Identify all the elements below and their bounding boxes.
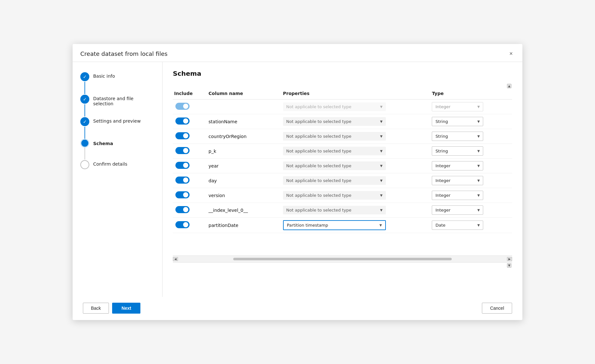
properties-value: Not applicable to selected type bbox=[286, 193, 351, 198]
include-toggle-row-top-partial[interactable] bbox=[175, 103, 190, 110]
type-dropdown-row-station-name[interactable]: String ▼ bbox=[432, 117, 483, 126]
chevron-down-icon: ▼ bbox=[477, 179, 480, 182]
include-toggle-row-year[interactable] bbox=[175, 162, 190, 169]
schema-table: Include Column name Properties Type Not … bbox=[173, 89, 512, 233]
col-header-properties: Properties bbox=[280, 89, 430, 100]
include-toggle-row-day[interactable] bbox=[175, 177, 190, 184]
chevron-down-icon: ▼ bbox=[477, 149, 480, 153]
sidebar: ✓ Basic info ✓ Datastore and file select… bbox=[73, 62, 163, 297]
properties-dropdown-row-top-partial[interactable]: Not applicable to selected type ▼ bbox=[283, 102, 386, 111]
scroll-up-button[interactable]: ▲ bbox=[507, 84, 511, 88]
properties-dropdown-row-station-name[interactable]: Not applicable to selected type ▼ bbox=[283, 117, 386, 126]
table-row: p_k Not applicable to selected type ▼ St… bbox=[173, 144, 512, 159]
type-value: Integer bbox=[435, 178, 450, 183]
table-row: partitionDate Partition timestamp ▼ Date… bbox=[173, 218, 512, 233]
chevron-down-icon: ▼ bbox=[380, 120, 383, 123]
type-dropdown-row-country[interactable]: String ▼ bbox=[432, 132, 483, 141]
type-dropdown-row-year[interactable]: Integer ▼ bbox=[432, 161, 483, 170]
table-row: countryOrRegion Not applicable to select… bbox=[173, 129, 512, 144]
toggle-cell bbox=[173, 173, 206, 188]
table-row: day Not applicable to selected type ▼ In… bbox=[173, 173, 512, 188]
include-toggle-row-version[interactable] bbox=[175, 191, 190, 198]
dialog-body: ✓ Basic info ✓ Datastore and file select… bbox=[73, 62, 522, 297]
horizontal-scroll-thumb[interactable] bbox=[233, 258, 452, 260]
step-connector-basic: ✓ bbox=[80, 72, 89, 95]
scroll-right-button[interactable]: ▶ bbox=[507, 257, 512, 261]
include-toggle-row-country[interactable] bbox=[175, 132, 190, 139]
properties-cell: Not applicable to selected type ▼ bbox=[280, 129, 430, 144]
step-label-confirm: Confirm details bbox=[93, 160, 127, 167]
main-content: Schema ▲ Include Column name Properties … bbox=[163, 62, 522, 297]
toggle-cell bbox=[173, 218, 206, 233]
type-dropdown-row-day[interactable]: Integer ▼ bbox=[432, 176, 483, 185]
type-value: Date bbox=[435, 223, 445, 228]
type-cell: Integer ▼ bbox=[429, 203, 512, 218]
footer-left-buttons: Back Next bbox=[83, 303, 140, 314]
table-row: version Not applicable to selected type … bbox=[173, 188, 512, 203]
chevron-down-icon: ▼ bbox=[477, 120, 480, 123]
scroll-left-button[interactable]: ◀ bbox=[173, 257, 178, 261]
chevron-down-icon: ▼ bbox=[380, 208, 383, 212]
properties-value: Not applicable to selected type bbox=[286, 208, 351, 212]
type-dropdown-row-version[interactable]: Integer ▼ bbox=[432, 191, 483, 200]
step-check-basic: ✓ bbox=[83, 74, 87, 79]
column-name-cell: stationName bbox=[206, 114, 280, 129]
step-label-settings: Settings and preview bbox=[93, 117, 141, 124]
step-line-schema bbox=[84, 147, 85, 160]
back-button[interactable]: Back bbox=[83, 303, 109, 314]
properties-value: Not applicable to selected type bbox=[286, 149, 351, 153]
type-cell: String ▼ bbox=[429, 129, 512, 144]
close-button[interactable]: × bbox=[507, 50, 515, 58]
column-name-cell: year bbox=[206, 159, 280, 173]
scroll-down-button[interactable]: ▼ bbox=[507, 263, 511, 268]
type-cell: String ▼ bbox=[429, 144, 512, 159]
step-label-schema: Schema bbox=[93, 140, 113, 146]
chevron-down-icon: ▼ bbox=[380, 105, 383, 108]
properties-dropdown-row-index[interactable]: Not applicable to selected type ▼ bbox=[283, 206, 386, 214]
schema-table-scroll[interactable]: Include Column name Properties Type Not … bbox=[173, 89, 512, 256]
properties-value: Not applicable to selected type bbox=[286, 119, 351, 124]
type-dropdown-row-partition[interactable]: Date ▼ bbox=[432, 221, 483, 230]
chevron-down-icon: ▼ bbox=[380, 149, 383, 153]
properties-value: Not applicable to selected type bbox=[286, 104, 351, 109]
properties-value: Not applicable to selected type bbox=[286, 163, 351, 168]
step-line-settings bbox=[84, 127, 85, 139]
step-label-basic: Basic info bbox=[93, 72, 115, 79]
properties-dropdown-row-version[interactable]: Not applicable to selected type ▼ bbox=[283, 191, 386, 200]
column-name-cell: p_k bbox=[206, 144, 280, 159]
properties-cell: Not applicable to selected type ▼ bbox=[280, 114, 430, 129]
properties-value: Not applicable to selected type bbox=[286, 134, 351, 139]
next-button[interactable]: Next bbox=[112, 303, 140, 314]
type-dropdown-row-pk[interactable]: String ▼ bbox=[432, 146, 483, 156]
properties-dropdown-row-day[interactable]: Not applicable to selected type ▼ bbox=[283, 176, 386, 185]
properties-dropdown-row-year[interactable]: Not applicable to selected type ▼ bbox=[283, 161, 386, 170]
chevron-down-icon: ▼ bbox=[477, 134, 480, 138]
type-cell: Date ▼ bbox=[429, 218, 512, 233]
type-dropdown-row-top-partial[interactable]: Integer ▼ bbox=[432, 102, 483, 111]
chevron-down-icon: ▼ bbox=[379, 223, 382, 227]
column-name-cell: partitionDate bbox=[206, 218, 280, 233]
properties-dropdown-row-country[interactable]: Not applicable to selected type ▼ bbox=[283, 132, 386, 141]
step-line-basic bbox=[84, 82, 85, 94]
type-value: Integer bbox=[435, 193, 450, 198]
include-toggle-row-pk[interactable] bbox=[175, 147, 190, 154]
include-toggle-row-partition[interactable] bbox=[175, 221, 190, 228]
properties-cell: Not applicable to selected type ▼ bbox=[280, 203, 430, 218]
properties-dropdown-row-partition[interactable]: Partition timestamp ▼ bbox=[283, 220, 386, 230]
type-value: Integer bbox=[435, 163, 450, 168]
properties-dropdown-row-pk[interactable]: Not applicable to selected type ▼ bbox=[283, 147, 386, 155]
properties-cell: Not applicable to selected type ▼ bbox=[280, 173, 430, 188]
column-name-cell: version bbox=[206, 188, 280, 203]
include-toggle-row-station-name[interactable] bbox=[175, 117, 190, 125]
type-cell: Integer ▼ bbox=[429, 100, 512, 114]
properties-cell: Not applicable to selected type ▼ bbox=[280, 159, 430, 173]
properties-cell: Not applicable to selected type ▼ bbox=[280, 188, 430, 203]
column-name-cell: __index_level_0__ bbox=[206, 203, 280, 218]
dialog-title: Create dataset from local files bbox=[80, 50, 167, 57]
step-basic-info: ✓ Basic info bbox=[80, 72, 155, 95]
cancel-button[interactable]: Cancel bbox=[482, 303, 512, 314]
type-cell: Integer ▼ bbox=[429, 173, 512, 188]
type-dropdown-row-index[interactable]: Integer ▼ bbox=[432, 205, 483, 215]
include-toggle-row-index[interactable] bbox=[175, 206, 190, 213]
chevron-down-icon: ▼ bbox=[380, 134, 383, 138]
